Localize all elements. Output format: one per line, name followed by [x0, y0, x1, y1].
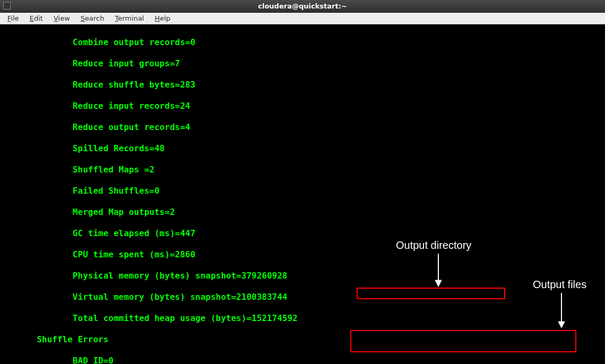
- counter-line: Virtual memory (bytes) snapshot=21003837…: [1, 292, 287, 302]
- counter-line: Combine output records=0: [1, 37, 195, 48]
- counter-line: Reduce input records=24: [1, 101, 190, 111]
- counter-line: Merged Map outputs=2: [1, 207, 175, 218]
- counter-line: Total committed heap usage (bytes)=15217…: [1, 313, 298, 324]
- counter-line: Spilled Records=48: [1, 143, 165, 154]
- counter-line: Failed Shuffles=0: [1, 186, 160, 196]
- menu-view[interactable]: View: [48, 13, 75, 23]
- menu-file[interactable]: File: [2, 13, 24, 23]
- section-header: Shuffle Errors: [1, 334, 108, 345]
- counter-line: CPU time spent (ms)=2860: [1, 249, 195, 260]
- window-system-icon: [3, 2, 11, 10]
- counter-line: GC time elapsed (ms)=447: [1, 228, 195, 239]
- svg-marker-3: [558, 322, 565, 328]
- menu-search[interactable]: Search: [75, 13, 110, 23]
- menu-edit[interactable]: Edit: [24, 13, 48, 23]
- menu-help[interactable]: Help: [149, 13, 176, 23]
- annotation-output-directory-label: Output directory: [396, 239, 471, 252]
- arrow-down-icon: [433, 254, 444, 287]
- annotation-output-files-label: Output files: [533, 278, 586, 291]
- counter-line: Shuffled Maps =2: [1, 164, 154, 175]
- svg-marker-1: [435, 280, 442, 287]
- terminal-area[interactable]: Combine output records=0 Reduce input gr…: [0, 24, 605, 364]
- counter-line: Physical memory (bytes) snapshot=3792609…: [1, 271, 287, 281]
- arrow-down-icon: [556, 293, 567, 328]
- window-titlebar: cloudera@quickstart:~: [0, 0, 605, 13]
- menubar: File Edit View Search Terminal Help: [0, 13, 605, 24]
- window-title: cloudera@quickstart:~: [258, 2, 347, 10]
- counter-line: Reduce input groups=7: [1, 58, 180, 69]
- counter-line: Reduce output records=4: [1, 122, 190, 133]
- shuffle-line: BAD_ID=0: [1, 356, 114, 364]
- counter-line: Reduce shuffle bytes=283: [1, 80, 195, 90]
- menu-terminal[interactable]: Terminal: [110, 13, 150, 23]
